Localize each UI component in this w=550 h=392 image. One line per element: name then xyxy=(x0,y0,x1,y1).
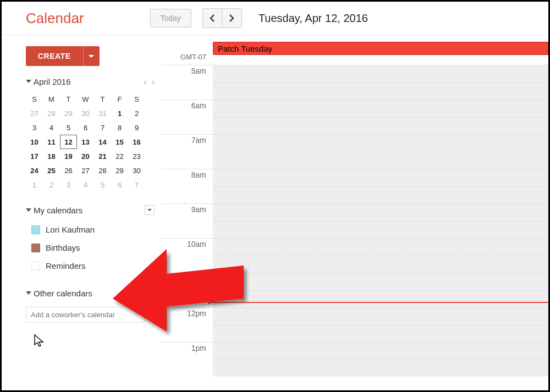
collapse-icon xyxy=(26,289,31,297)
mini-day-cell[interactable]: 19 xyxy=(60,149,77,163)
chevron-left-icon xyxy=(210,14,215,22)
mini-day-cell[interactable]: 20 xyxy=(77,149,94,163)
hour-cell[interactable] xyxy=(213,343,548,377)
hour-grid[interactable]: 5am6am7am8am9am10am11am12pm1pm xyxy=(161,65,548,377)
mini-dow-label: F xyxy=(111,92,128,106)
hour-row[interactable]: 6am xyxy=(161,100,548,134)
calendar-color-swatch xyxy=(31,225,40,234)
mini-day-cell[interactable]: 9 xyxy=(128,120,145,135)
mini-day-cell[interactable]: 6 xyxy=(77,120,94,135)
hour-row[interactable]: 5am xyxy=(161,65,548,100)
mini-day-cell[interactable]: 15 xyxy=(111,135,128,149)
mini-day-cell[interactable]: 12 xyxy=(60,135,77,149)
mini-day-cell[interactable]: 26 xyxy=(60,163,77,178)
add-coworker-input[interactable] xyxy=(26,307,145,323)
hour-row[interactable]: 8am xyxy=(161,169,548,203)
hour-label: 6am xyxy=(161,100,213,134)
calendar-item[interactable]: Birthdays xyxy=(26,239,155,257)
mini-day-cell[interactable]: 5 xyxy=(94,178,111,192)
calendar-item-label: Reminders xyxy=(46,261,86,270)
mini-calendar: SMTWTFS272829303112345678910111213141516… xyxy=(26,92,147,192)
create-dropdown-button[interactable] xyxy=(83,46,100,66)
calendar-item[interactable]: Lori Kaufman xyxy=(26,220,155,239)
hour-cell[interactable] xyxy=(213,239,548,273)
other-calendars-title: Other calendars xyxy=(34,289,145,298)
my-calendars-menu-button[interactable] xyxy=(145,205,155,215)
my-calendars-header[interactable]: My calendars xyxy=(26,205,155,215)
mini-day-cell[interactable]: 18 xyxy=(43,149,60,163)
next-day-button[interactable] xyxy=(222,8,242,28)
mini-calendar-header: April 2016 ‹ › xyxy=(26,77,155,86)
mini-day-cell[interactable]: 7 xyxy=(128,178,145,192)
mini-prev-month-button[interactable]: ‹ xyxy=(144,78,147,86)
mini-day-cell[interactable]: 27 xyxy=(77,163,94,178)
mini-calendar-title: April 2016 xyxy=(34,77,144,86)
mini-day-cell[interactable]: 24 xyxy=(26,163,43,178)
hour-cell[interactable] xyxy=(213,135,548,169)
mini-day-cell[interactable]: 13 xyxy=(77,135,94,149)
hour-row[interactable]: 1pm xyxy=(161,342,548,377)
mini-day-cell[interactable]: 1 xyxy=(26,178,43,192)
hour-label: 12pm xyxy=(161,308,213,342)
day-view: GMT-07 Patch Tuesday 5am6am7am8am9am10am… xyxy=(161,35,548,377)
hour-row[interactable]: 10am xyxy=(161,238,548,273)
calendar-color-swatch xyxy=(31,244,40,252)
mini-day-cell[interactable]: 4 xyxy=(43,120,60,135)
calendar-item[interactable]: Reminders xyxy=(26,257,155,275)
mini-day-cell[interactable]: 21 xyxy=(94,149,111,163)
mini-dow-label: M xyxy=(43,92,60,106)
other-calendars-header[interactable]: Other calendars xyxy=(26,288,155,298)
hour-label: 5am xyxy=(161,65,213,100)
mini-day-cell[interactable]: 2 xyxy=(43,178,60,192)
allday-event[interactable]: Patch Tuesday xyxy=(213,42,548,55)
mini-day-cell[interactable]: 30 xyxy=(77,106,94,120)
hour-cell[interactable] xyxy=(213,100,548,134)
mini-day-cell[interactable]: 8 xyxy=(111,120,128,135)
mini-day-cell[interactable]: 23 xyxy=(128,149,145,163)
prev-day-button[interactable] xyxy=(202,8,222,28)
date-nav xyxy=(202,8,242,28)
mini-day-cell[interactable]: 4 xyxy=(77,178,94,192)
current-date-display: Tuesday, Apr 12, 2016 xyxy=(258,12,368,25)
hour-row[interactable]: 12pm xyxy=(161,307,548,342)
mini-day-cell[interactable]: 16 xyxy=(128,135,145,149)
mini-day-cell[interactable]: 29 xyxy=(111,163,128,178)
mini-day-cell[interactable]: 30 xyxy=(128,163,145,178)
mini-day-cell[interactable]: 17 xyxy=(26,149,43,163)
timezone-label: GMT-07 xyxy=(161,42,213,65)
mini-day-cell[interactable]: 3 xyxy=(60,178,77,192)
mini-day-cell[interactable]: 28 xyxy=(94,163,111,178)
my-calendars-list: Lori KaufmanBirthdaysReminders xyxy=(26,220,155,275)
hour-row[interactable]: 7am xyxy=(161,134,548,169)
mini-day-cell[interactable]: 25 xyxy=(43,163,60,178)
mini-day-cell[interactable]: 11 xyxy=(43,135,60,149)
mini-day-cell[interactable]: 3 xyxy=(26,120,43,135)
mini-day-cell[interactable]: 6 xyxy=(111,178,128,192)
other-calendars-menu-button[interactable] xyxy=(145,288,155,298)
mini-day-cell[interactable]: 10 xyxy=(26,135,43,149)
hour-cell[interactable] xyxy=(213,65,548,100)
mini-next-month-button[interactable]: › xyxy=(152,78,155,86)
collapse-icon[interactable] xyxy=(26,78,31,86)
mini-day-cell[interactable]: 29 xyxy=(60,106,77,120)
mini-day-cell[interactable]: 31 xyxy=(94,106,111,120)
mini-day-cell[interactable]: 27 xyxy=(26,106,43,120)
hour-label: 11am xyxy=(161,273,213,307)
mini-day-cell[interactable]: 2 xyxy=(128,106,145,120)
mini-dow-label: T xyxy=(94,92,111,106)
hour-cell[interactable] xyxy=(213,169,548,203)
hour-cell[interactable] xyxy=(213,308,548,342)
today-button[interactable]: Today xyxy=(150,9,191,27)
mini-day-cell[interactable]: 7 xyxy=(94,120,111,135)
create-button[interactable]: CREATE xyxy=(26,46,83,66)
mini-day-cell[interactable]: 5 xyxy=(60,120,77,135)
mini-day-cell[interactable]: 28 xyxy=(43,106,60,120)
hour-row[interactable]: 9am xyxy=(161,203,548,238)
mini-dow-label: W xyxy=(77,92,94,106)
chevron-right-icon xyxy=(229,14,234,22)
mini-day-cell[interactable]: 14 xyxy=(94,135,111,149)
hour-cell[interactable] xyxy=(213,204,548,238)
mini-day-cell[interactable]: 22 xyxy=(111,149,128,163)
mini-day-cell[interactable]: 1 xyxy=(111,106,128,120)
hour-label: 8am xyxy=(161,169,213,203)
